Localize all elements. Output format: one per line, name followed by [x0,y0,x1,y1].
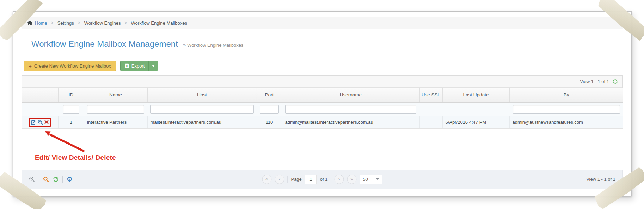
breadcrumb-separator: > [121,20,131,25]
prev-page-button[interactable]: ‹ [275,175,284,184]
page-title: Workflow Engine Mailbox Management [31,39,178,49]
annotation-highlight-box [29,118,51,127]
column-header-host[interactable]: Host [147,88,257,102]
plus-icon: + [29,63,32,69]
filter-row [22,102,623,116]
toolbar: + Create New Workflow Engine Mailbox x E… [24,61,623,71]
settings-gear-icon[interactable]: ⚙ [67,176,73,183]
pager-controls: « ‹ Page of 1 › » 50 [262,175,382,184]
refresh-icon[interactable] [613,79,618,84]
toolbar-divider [62,176,63,183]
filter-input-name[interactable] [87,105,144,114]
column-header-by[interactable]: By [509,88,623,102]
toolbar-divider [39,176,39,183]
caret-down-icon [376,178,379,180]
breadcrumb-home-link[interactable]: Home [35,20,47,26]
zoom-grid-icon[interactable] [29,176,35,182]
cell-name: Interactive Partners [84,116,147,128]
export-button-group: x Export [120,61,159,71]
breadcrumb: Home > Settings > Workflow Engines > Wor… [22,17,623,29]
cell-last-update: 6/Apr/2016 4:47 PM [442,116,509,128]
mailbox-grid: View 1 - 1 of 1 ID Name Host Port Userna… [22,75,623,129]
column-header-last-update[interactable]: Last Update [442,88,509,102]
cell-by: admin@austnewsandfeatures.com [509,116,623,128]
annotation-arrow [42,130,90,154]
pager-bar: ⚙ « ‹ Page of 1 › » 50 View 1 - 1 of 1 [22,170,623,189]
delete-icon[interactable] [44,120,49,124]
page-label: Page [291,177,301,182]
cell-username: admin@mailtest.interactivepartners.com.a… [282,116,419,128]
view-count-top: View 1 - 1 of 1 [580,79,609,84]
column-header-username[interactable]: Username [282,88,419,102]
title-row: Workflow Engine Mailbox Management »Work… [22,33,623,54]
cell-port: 110 [257,116,282,128]
pager-left-toolbar: ⚙ [29,176,73,183]
cell-host: mailtest.interactivepartners.com.au [147,116,257,128]
svg-text:x: x [126,64,128,68]
create-mailbox-button[interactable]: + Create New Workflow Engine Mailbox [24,61,116,71]
grid-caption-bar: View 1 - 1 of 1 [22,76,622,88]
column-header-actions [22,88,58,102]
caret-down-icon [152,65,155,67]
cell-id: 1 [58,116,84,128]
header-row: ID Name Host Port Username Use SSL Last … [22,88,623,102]
filter-input-port[interactable] [260,105,279,114]
subtitle-marker: » [183,42,186,48]
breadcrumb-separator: > [74,20,84,25]
page-subtitle: »Workflow Engine Mailboxes [183,42,244,48]
column-header-name[interactable]: Name [84,88,147,102]
filter-input-host[interactable] [150,105,254,114]
edit-icon[interactable] [31,120,36,125]
export-dropdown-button[interactable] [148,61,158,71]
subtitle-text: Workflow Engine Mailboxes [187,43,243,48]
screenshot-photo: Home > Settings > Workflow Engines > Wor… [13,11,632,196]
excel-icon: x [124,63,129,68]
view-count-bottom: View 1 - 1 of 1 [586,177,615,182]
annotation-zone: Edit/ View Details/ Delete [22,129,623,170]
page-input[interactable] [305,175,317,184]
annotation-label: Edit/ View Details/ Delete [35,154,116,162]
mailbox-table: ID Name Host Port Username Use SSL Last … [22,88,623,129]
pager-divider [287,176,288,183]
page-size-value: 50 [363,177,368,182]
column-header-id[interactable]: ID [58,88,84,102]
create-button-label: Create New Workflow Engine Mailbox [34,63,111,69]
next-page-button[interactable]: › [335,175,344,184]
export-button[interactable]: x Export [121,61,149,71]
column-header-use-ssl[interactable]: Use SSL [419,88,442,102]
export-button-label: Export [131,63,145,69]
pager-divider [331,176,331,183]
breadcrumb-separator: > [47,20,57,25]
view-details-icon[interactable] [38,120,43,125]
home-icon [27,20,32,25]
column-header-port[interactable]: Port [257,88,282,102]
breadcrumb-item-workflow-engine-mailboxes: Workflow Engine Mailboxes [131,20,187,26]
filter-input-username[interactable] [285,105,416,114]
page-size-select[interactable]: 50 [360,175,382,184]
search-icon[interactable] [43,176,49,182]
reload-icon[interactable] [53,177,59,182]
page-of-label: of 1 [320,177,328,182]
table-row[interactable]: 1 Interactive Partners mailtest.interact… [22,116,623,128]
filter-input-id[interactable] [63,105,79,114]
breadcrumb-item-settings[interactable]: Settings [57,20,74,26]
first-page-button[interactable]: « [262,175,271,184]
filter-input-by[interactable] [513,105,620,114]
breadcrumb-item-workflow-engines[interactable]: Workflow Engines [84,20,121,26]
cell-use-ssl [419,116,442,128]
last-page-button[interactable]: » [347,175,357,184]
